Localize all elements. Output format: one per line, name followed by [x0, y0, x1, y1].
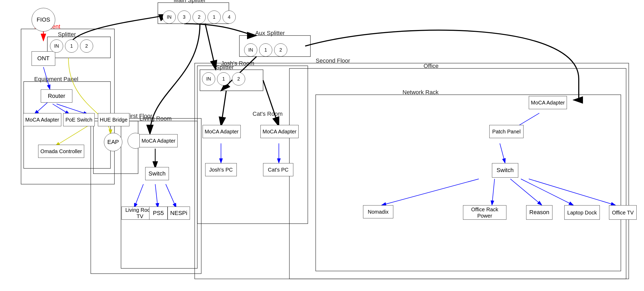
svg-text:Second Floor: Second Floor: [316, 57, 350, 64]
main-splitter-in: IN: [163, 11, 176, 24]
laptop-dock-node: Laptop Dock: [564, 205, 600, 220]
aux-splitter-2: 2: [274, 43, 287, 57]
svg-line-35: [263, 80, 279, 126]
josh-pc-node: Josh's PC: [205, 163, 237, 176]
svg-line-47: [134, 184, 143, 208]
svg-line-43: [510, 179, 542, 205]
svg-line-42: [492, 179, 495, 205]
moca-living-node: MoCA Adapter: [139, 134, 178, 147]
svg-line-48: [155, 184, 158, 208]
aux-splitter-in: IN: [244, 43, 257, 57]
svg-line-44: [521, 179, 573, 205]
main-splitter-2: 2: [193, 11, 206, 24]
basement-splitter-2: 2: [80, 39, 93, 53]
svg-text:Living Room: Living Room: [139, 115, 172, 122]
svg-rect-21: [316, 95, 621, 271]
patch-panel-node: Patch Panel: [489, 125, 524, 138]
main-splitter-3: 3: [178, 11, 191, 24]
ps5-node: PS5: [149, 207, 168, 220]
svg-line-40: [500, 143, 505, 163]
svg-text:Aux Splitter: Aux Splitter: [255, 30, 285, 36]
svg-line-36: [221, 91, 226, 126]
svg-rect-14: [197, 66, 308, 224]
svg-line-49: [166, 184, 176, 208]
ont-node: ONT: [32, 51, 55, 66]
josh-splitter-in: IN: [202, 72, 215, 86]
moca-josh-node: MoCA Adapter: [203, 125, 241, 138]
main-splitter-4: 4: [223, 11, 236, 24]
svg-rect-12: [195, 63, 629, 279]
aux-splitter-1: 1: [259, 43, 272, 57]
eap-node: EAP: [104, 133, 122, 151]
svg-line-32: [55, 125, 89, 146]
omada-node: Omada Controller: [38, 145, 84, 158]
svg-text:Splitter: Splitter: [216, 64, 234, 71]
fios-node: FIOS: [32, 8, 55, 32]
reason-node: Reason: [526, 205, 552, 220]
josh-splitter-2: 2: [232, 72, 245, 86]
svg-line-33: [205, 24, 216, 70]
basement-splitter-in: IN: [50, 39, 63, 53]
hue-bridge-node: HUE Bridge: [98, 113, 129, 126]
router-node: Router: [41, 89, 72, 103]
moca-cat-node: MoCA Adapter: [260, 125, 299, 138]
cat-pc-node: Cat's PC: [263, 163, 293, 176]
moca-basement-node: MoCA Adapter: [23, 113, 61, 126]
svg-text:Office: Office: [424, 63, 439, 69]
josh-splitter-1: 1: [217, 72, 230, 86]
switch-living-node: Switch: [145, 167, 169, 180]
office-tv-node: Office TV: [609, 205, 637, 220]
basement-splitter-1: 1: [65, 39, 78, 53]
switch-office-node: Switch: [492, 163, 518, 178]
svg-line-41: [381, 179, 479, 205]
nespi-node: NESPi: [168, 207, 190, 220]
svg-line-45: [529, 179, 616, 205]
svg-line-29: [34, 103, 47, 114]
moca-office-node: MoCA Adapter: [529, 96, 567, 109]
svg-text:Network Rack: Network Rack: [402, 89, 439, 96]
svg-text:Main Splitter: Main Splitter: [174, 0, 206, 3]
office-rack-power-node: Office Rack Power: [463, 205, 506, 220]
nomadix-node: Nomadix: [363, 205, 393, 218]
svg-text:Cat's Room: Cat's Room: [253, 111, 283, 117]
main-splitter-1: 1: [208, 11, 221, 24]
svg-text:Splitter: Splitter: [58, 31, 76, 38]
poe-switch-node: PoE Switch: [63, 113, 95, 126]
